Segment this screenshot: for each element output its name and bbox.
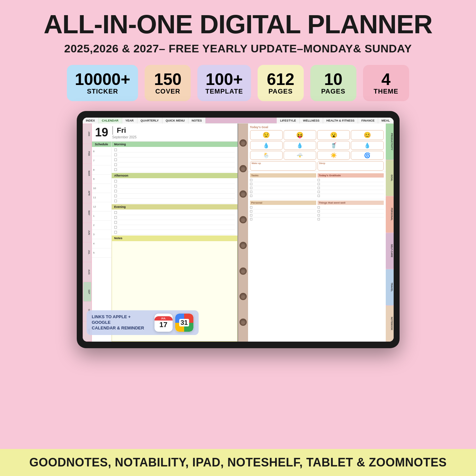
per-cb-1[interactable] (250, 206, 252, 209)
time-9: 9 (92, 175, 111, 184)
wake-value (252, 164, 315, 170)
checkbox-a1[interactable] (114, 180, 117, 182)
tab-productivity[interactable]: PRODUCTIVITY (386, 124, 394, 160)
badges-row: 10000+ STICKER 150 COVER 100+ TEMPLATE 6… (67, 65, 409, 101)
schedule-header: Schedule (92, 142, 111, 147)
task-cb-4[interactable] (250, 191, 252, 193)
th-cb-2[interactable] (318, 210, 320, 212)
task-cb-5[interactable] (250, 195, 252, 197)
tab-wellness[interactable]: WELLNESS (300, 118, 323, 124)
tab-notes[interactable]: NOTES (188, 118, 206, 124)
emoji-storm: 🌩️ (284, 151, 316, 160)
th-cb-1[interactable] (318, 206, 320, 209)
afternoon-line-5 (114, 199, 235, 204)
ring-5 (239, 242, 247, 249)
main-title: ALL-IN-ONE DIGITAL PLANNER (44, 10, 433, 39)
month-jul[interactable]: JUL (83, 242, 91, 262)
ring-6 (239, 267, 247, 275)
emoji-cloud: 🌦️ (250, 151, 283, 160)
checkbox-a4[interactable] (114, 195, 117, 197)
grat-cb-3[interactable] (318, 187, 320, 189)
checkbox-2[interactable] (114, 154, 117, 156)
sleep-section: Sleep (318, 161, 384, 171)
tab-quarterly[interactable]: QUARTERLY (137, 118, 162, 124)
badge-template: 100+ TEMPLATE (197, 65, 251, 101)
tab-finance[interactable]: FINANCE (358, 118, 378, 124)
checkbox-a5[interactable] (114, 200, 117, 202)
emoji-drink: 🥤 (317, 141, 350, 150)
wake-section: Wake up (250, 161, 316, 171)
grat-line-4 (318, 190, 384, 194)
month-may[interactable]: MAY (83, 203, 91, 223)
task-line-1 (250, 178, 316, 182)
grat-line-2 (318, 182, 384, 186)
tab-goal[interactable]: GOAL (386, 160, 394, 196)
checkbox-a3[interactable] (114, 190, 117, 192)
calendar-icons: JUL 17 31 (154, 314, 193, 332)
apple-cal-day: 17 (159, 321, 167, 329)
month-feb[interactable]: FEB (83, 144, 91, 163)
badge-theme-label: THEME (374, 88, 398, 95)
checkbox-e1[interactable] (114, 211, 117, 214)
per-line-1 (250, 206, 316, 210)
tab-personal[interactable]: PERSONAL (386, 196, 394, 233)
tab-calendar[interactable]: CALENDAR (98, 118, 122, 124)
tab-health[interactable]: HEALTH & FITNESS (323, 118, 358, 124)
tab-quickmenu[interactable]: QUICK MENU (162, 118, 188, 124)
calendar-links-text: LINKS TO APPLE + GOOGLECALENDAR & REMIND… (92, 314, 151, 331)
grat-line-5 (318, 194, 384, 198)
tab-year[interactable]: YEAR (122, 118, 137, 124)
grat-line-3 (318, 186, 384, 190)
time-2: 2 (92, 221, 111, 230)
checkbox-1[interactable] (114, 149, 117, 151)
checkbox-a2[interactable] (114, 185, 117, 187)
month-aug[interactable]: AUG (83, 262, 91, 282)
time-1: 1 (92, 211, 111, 221)
per-line-3 (250, 213, 316, 217)
th-cb-4[interactable] (318, 218, 320, 220)
gratitude-column: Today's Gratitude (318, 173, 384, 198)
per-cb-3[interactable] (250, 214, 252, 216)
time-8: 8 (92, 165, 111, 175)
task-cb-1[interactable] (250, 179, 252, 181)
emoji-water1: 💧 (250, 141, 283, 150)
grat-cb-5[interactable] (318, 195, 320, 197)
checkbox-e5[interactable] (114, 231, 117, 234)
per-cb-4[interactable] (250, 218, 252, 220)
month-jun[interactable]: JUN (83, 223, 91, 242)
tab-meal[interactable]: MEAL (378, 118, 394, 124)
personal-label: Personal (250, 201, 316, 205)
google-calendar-icon[interactable]: 31 (175, 314, 193, 332)
checkbox-e4[interactable] (114, 226, 117, 229)
per-cb-2[interactable] (250, 210, 252, 212)
binder-rings (238, 124, 248, 342)
th-cb-3[interactable] (318, 214, 320, 216)
tab-notebook[interactable]: NOTEBOOK (386, 306, 394, 342)
checkbox-4[interactable] (114, 163, 117, 166)
morning-lines (112, 147, 238, 173)
checkbox-e3[interactable] (114, 221, 117, 224)
checkbox-e2[interactable] (114, 216, 117, 219)
checkbox-5[interactable] (114, 168, 117, 171)
month-jan[interactable]: JAN (83, 124, 91, 144)
tab-travel[interactable]: TRAVEL (386, 269, 394, 305)
badge-template-number: 100+ (206, 71, 243, 88)
task-cb-2[interactable] (250, 183, 252, 185)
month-mar[interactable]: MAR (83, 164, 91, 183)
time-3: 3 (92, 230, 111, 239)
apple-calendar-icon[interactable]: JUL 17 (154, 314, 173, 332)
checkbox-3[interactable] (114, 158, 117, 161)
task-cb-3[interactable] (250, 187, 252, 189)
tab-self-care[interactable]: SELF-CARE (386, 233, 394, 269)
tab-lifestyle[interactable]: LIFESTYLE (277, 118, 300, 124)
badge-cover-number: 150 (154, 71, 182, 88)
grat-cb-2[interactable] (318, 183, 320, 185)
evening-header: Evening (112, 204, 238, 210)
month-apr[interactable]: APR (83, 183, 91, 203)
evening-line-5 (114, 230, 235, 235)
month-sep[interactable]: SEP (83, 282, 91, 301)
tab-index[interactable]: INDEX (83, 118, 99, 124)
grat-cb-1[interactable] (318, 179, 320, 181)
grat-cb-4[interactable] (318, 191, 320, 193)
per-line-2 (250, 210, 316, 213)
